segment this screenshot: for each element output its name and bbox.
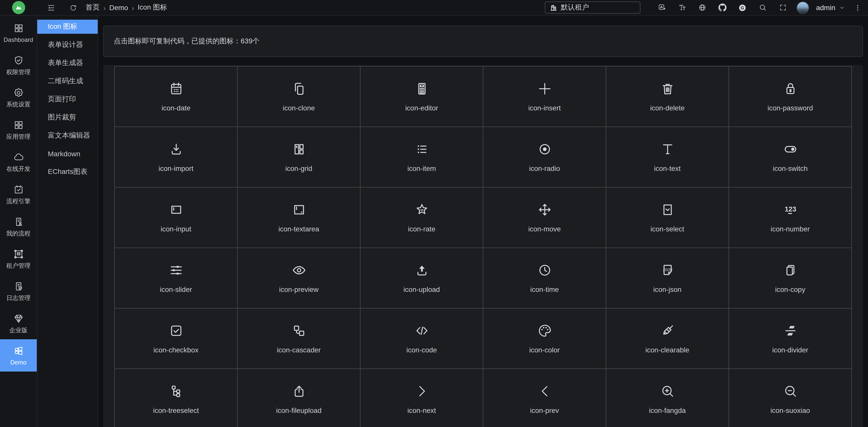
icon-divider-glyph	[783, 323, 798, 338]
icon-cell-icon-fileupload[interactable]: icon-fileupload	[238, 369, 361, 427]
icon-cell-icon-move[interactable]: icon-move	[483, 188, 606, 248]
icon-upload-glyph	[414, 263, 429, 278]
breadcrumb-item[interactable]: Demo	[109, 3, 128, 11]
icon-checkbox-glyph	[168, 323, 184, 338]
icon-cell-icon-editor[interactable]: icon-editor	[361, 66, 483, 127]
submenu-item-富文本编辑器[interactable]: 富文本编辑器	[37, 129, 98, 143]
cloud-icon	[13, 152, 24, 163]
app-logo	[12, 1, 25, 14]
icon-cell-icon-number[interactable]: icon-number	[729, 188, 852, 248]
primary-sidebar: Dashboard权限管理系统设置应用管理在线开发流程引擎我的流程租户管理日志管…	[0, 16, 37, 427]
icon-cell-label: icon-clone	[283, 104, 315, 112]
icon-cell-icon-copy[interactable]: icon-copy	[729, 248, 852, 309]
icon-cell-icon-suoxiao[interactable]: icon-suoxiao	[729, 369, 852, 427]
translate-button[interactable]	[654, 1, 670, 14]
icon-cell-label: icon-upload	[404, 285, 440, 293]
icon-cell-icon-upload[interactable]: icon-upload	[361, 248, 483, 309]
icon-cell-label: icon-select	[651, 225, 684, 233]
icon-cell-icon-input[interactable]: icon-input	[115, 188, 238, 248]
sidebar-item-日志管理[interactable]: 日志管理	[0, 275, 37, 307]
submenu-item-Icon 图标[interactable]: Icon 图标	[37, 20, 98, 34]
submenu-item-ECharts图表[interactable]: ECharts图表	[37, 165, 98, 179]
submenu-item-图片裁剪[interactable]: 图片裁剪	[37, 110, 98, 124]
icon-cell-icon-radio[interactable]: icon-radio	[483, 127, 606, 188]
icon-time-glyph	[537, 263, 552, 278]
username: admin	[816, 3, 835, 11]
icon-cell-icon-insert[interactable]: icon-insert	[483, 66, 606, 127]
refresh-icon	[69, 4, 77, 11]
search-icon	[759, 3, 767, 11]
sidebar-item-label: 日志管理	[6, 295, 30, 301]
github-icon	[718, 3, 726, 11]
breadcrumb-item[interactable]: Icon 图标	[138, 3, 167, 12]
icon-cell-label: icon-prev	[530, 406, 559, 415]
fullscreen-button[interactable]	[775, 1, 790, 14]
sidebar-item-企业版[interactable]: 企业版	[0, 307, 37, 339]
collapse-sidebar-button[interactable]	[44, 1, 57, 14]
sidebar-item-dashboard[interactable]: Dashboard	[0, 17, 37, 49]
icon-cell-icon-text[interactable]: icon-text	[606, 127, 729, 188]
icon-grid-glyph	[291, 142, 306, 157]
sidebar-item-label: 企业版	[9, 327, 27, 333]
icon-cell-icon-next[interactable]: icon-next	[361, 369, 483, 427]
icon-cell-icon-delete[interactable]: icon-delete	[606, 66, 729, 127]
sidebar-item-系统设置[interactable]: 系统设置	[0, 81, 37, 113]
icon-cell-icon-password[interactable]: icon-password	[729, 66, 852, 127]
icon-cell-label: icon-color	[529, 346, 560, 354]
sidebar-item-权限管理[interactable]: 权限管理	[0, 49, 37, 81]
logo-container[interactable]	[0, 1, 37, 14]
icon-cell-icon-clone[interactable]: icon-clone	[238, 66, 361, 127]
icon-cell-label: icon-password	[768, 104, 813, 112]
icon-cell-label: icon-radio	[529, 164, 560, 172]
github-button[interactable]	[715, 1, 730, 14]
icon-cell-icon-rate[interactable]: icon-rate	[361, 188, 483, 248]
icon-cell-label: icon-date	[161, 104, 190, 112]
avatar[interactable]	[797, 1, 809, 14]
icon-cell-icon-switch[interactable]: icon-switch	[729, 127, 852, 188]
icon-cell-icon-checkbox[interactable]: icon-checkbox	[115, 309, 238, 369]
icon-cell-icon-prev[interactable]: icon-prev	[483, 369, 606, 427]
gitee-button[interactable]	[735, 1, 750, 14]
user-menu-toggle[interactable]	[839, 5, 845, 10]
icon-cell-icon-json[interactable]: icon-json	[606, 248, 729, 309]
icon-switch-glyph	[783, 142, 798, 157]
icon-cell-icon-slider[interactable]: icon-slider	[115, 248, 238, 309]
icon-cell-icon-time[interactable]: icon-time	[483, 248, 606, 309]
submenu-item-二维码生成[interactable]: 二维码生成	[37, 74, 98, 88]
sidebar-item-租户管理[interactable]: 租户管理	[0, 243, 37, 275]
sidebar-item-在线开发[interactable]: 在线开发	[0, 146, 37, 178]
submenu-item-表单生成器[interactable]: 表单生成器	[37, 56, 98, 70]
icon-cell-icon-treeselect[interactable]: icon-treeselect	[115, 369, 238, 427]
icon-cell-icon-item[interactable]: icon-item	[361, 127, 483, 188]
breadcrumb-item[interactable]: 首页	[86, 3, 100, 12]
icon-cell-label: icon-json	[653, 285, 681, 293]
sidebar-item-应用管理[interactable]: 应用管理	[0, 113, 37, 146]
font-size-button[interactable]	[675, 1, 690, 14]
icon-cell-icon-import[interactable]: icon-import	[115, 127, 238, 188]
icon-cell-icon-code[interactable]: icon-code	[361, 309, 483, 369]
sidebar-item-我的流程[interactable]: 我的流程	[0, 210, 37, 243]
refresh-button[interactable]	[66, 1, 80, 14]
theme-settings-button[interactable]	[851, 1, 864, 14]
icon-cell-label: icon-move	[528, 225, 561, 233]
submenu-item-Markdown[interactable]: Markdown	[37, 147, 98, 161]
icon-cell-icon-fangda[interactable]: icon-fangda	[606, 369, 729, 427]
icon-cell-icon-divider[interactable]: icon-divider	[729, 309, 852, 369]
submenu-item-表单设计器[interactable]: 表单设计器	[37, 38, 98, 52]
search-button[interactable]	[755, 1, 770, 14]
icon-cell-icon-date[interactable]: icon-date	[115, 66, 238, 127]
sidebar-item-demo[interactable]: Demo	[0, 339, 37, 372]
sidebar-item-流程引擎[interactable]: 流程引擎	[0, 178, 37, 210]
icon-textarea-glyph	[291, 202, 306, 217]
icon-cell-icon-textarea[interactable]: icon-textarea	[238, 188, 361, 248]
submenu-item-页面打印[interactable]: 页面打印	[37, 92, 98, 106]
icon-cell-icon-preview[interactable]: icon-preview	[238, 248, 361, 309]
tenant-select[interactable]: 默认租户	[545, 1, 641, 13]
language-globe-button[interactable]	[695, 1, 710, 14]
icon-cell-icon-color[interactable]: icon-color	[483, 309, 606, 369]
icon-cell-icon-grid[interactable]: icon-grid	[238, 127, 361, 188]
icon-cell-icon-clearable[interactable]: icon-clearable	[606, 309, 729, 369]
icon-cell-icon-cascader[interactable]: icon-cascader	[238, 309, 361, 369]
icon-cell-label: icon-slider	[160, 285, 192, 293]
icon-cell-icon-select[interactable]: icon-select	[606, 188, 729, 248]
